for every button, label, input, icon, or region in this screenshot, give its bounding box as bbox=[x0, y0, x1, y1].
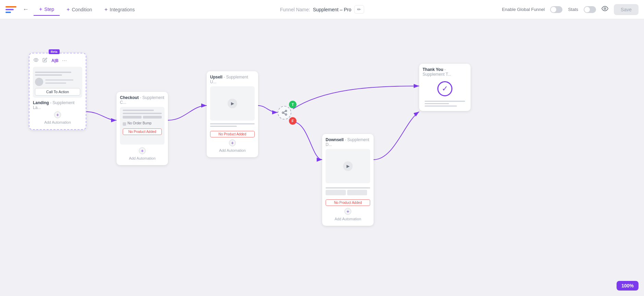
downsell-title: Downsell - Supplement D... bbox=[326, 137, 370, 147]
play-icon: ▶ bbox=[228, 99, 237, 108]
tab-integrations[interactable]: + Integrations bbox=[99, 4, 141, 15]
downsell-preview: ▶ bbox=[326, 149, 370, 183]
checkbox-fake bbox=[123, 122, 126, 126]
upsell-preview: ▶ bbox=[210, 86, 255, 121]
plus-icon: + bbox=[39, 6, 42, 12]
no-product-upsell: No Product Added bbox=[210, 131, 255, 137]
svg-line-7 bbox=[283, 111, 285, 112]
svg-point-2 bbox=[35, 59, 37, 61]
svg-point-4 bbox=[282, 112, 284, 114]
canvas: Beta A|B ⋯ bbox=[0, 19, 644, 296]
zoom-indicator: 100% bbox=[617, 281, 639, 291]
check-circle: ✓ bbox=[437, 81, 452, 96]
downsell-play-icon: ▶ bbox=[343, 161, 353, 171]
view-landing-btn[interactable] bbox=[33, 57, 39, 64]
enable-global-label: Enable Global Funnel bbox=[502, 7, 545, 12]
landing-title: Landing - Supplement La... bbox=[33, 100, 82, 110]
downsell-node: Downsell - Supplement D... ▶ No Product … bbox=[322, 134, 374, 226]
no-product-downsell: No Product Added bbox=[326, 199, 370, 206]
add-automation-checkout-label: Add Automation bbox=[120, 155, 165, 162]
toggle-knob bbox=[551, 7, 556, 12]
svg-point-3 bbox=[285, 110, 287, 112]
add-automation-upsell-btn[interactable]: + bbox=[229, 139, 236, 146]
ab-label: A|B bbox=[51, 58, 59, 63]
nav-tabs: + Step + Condition + Integrations bbox=[34, 3, 140, 16]
more-landing-btn[interactable]: ⋯ bbox=[61, 57, 68, 64]
checkout-title: Checkout - Supplement C... bbox=[120, 95, 165, 105]
thankyou-node: Thank You - Supplement T... ✓ bbox=[419, 64, 471, 111]
condition-circle[interactable] bbox=[278, 106, 291, 120]
save-button[interactable]: Save bbox=[614, 4, 639, 15]
node-toolbar-landing: Beta A|B ⋯ bbox=[33, 57, 82, 64]
landing-node: Beta A|B ⋯ bbox=[29, 53, 86, 130]
stats-toggle-knob bbox=[584, 7, 590, 12]
add-automation-downsell-label: Add Automation bbox=[326, 215, 370, 222]
enable-global-toggle[interactable] bbox=[550, 6, 562, 13]
plus-icon-condition: + bbox=[66, 7, 70, 13]
add-automation-downsell-btn[interactable]: + bbox=[344, 208, 351, 215]
tab-step[interactable]: + Step bbox=[34, 3, 60, 16]
stats-label: Stats bbox=[568, 7, 578, 12]
plus-icon-integrations: + bbox=[105, 7, 108, 13]
checkout-node: Checkout - Supplement C... No Order Bump… bbox=[117, 92, 168, 165]
svg-point-0 bbox=[604, 8, 606, 10]
no-product-checkout: No Product Added bbox=[123, 128, 162, 135]
logo bbox=[5, 4, 16, 15]
checkout-preview: No Order Bump No Product Added bbox=[120, 107, 165, 145]
condition-inner: T F bbox=[272, 101, 296, 125]
cta-button-preview: Call To Action bbox=[35, 88, 80, 96]
check-icon: ✓ bbox=[436, 80, 453, 97]
no-order-bump-label: No Order Bump bbox=[127, 121, 151, 125]
order-bump-row: No Order Bump bbox=[123, 121, 162, 126]
add-automation-landing-btn[interactable]: + bbox=[54, 111, 61, 118]
upsell-node: Upsell - Supplement U... ▶ No Product Ad… bbox=[207, 71, 258, 157]
nav-right: Enable Global Funnel Stats Save bbox=[502, 4, 639, 15]
topnav: ← + Step + Condition + Integrations Funn… bbox=[0, 0, 644, 19]
svg-line-6 bbox=[283, 113, 285, 114]
thankyou-lines bbox=[423, 101, 467, 107]
edit-landing-btn[interactable] bbox=[42, 57, 48, 64]
upsell-title: Upsell - Supplement U... bbox=[210, 75, 255, 84]
add-automation-upsell-label: Add Automation bbox=[210, 147, 255, 154]
add-automation-checkout-btn[interactable]: + bbox=[139, 147, 146, 154]
condition-node: T F bbox=[272, 101, 296, 125]
svg-point-5 bbox=[285, 114, 287, 115]
condition-true: T bbox=[289, 101, 296, 108]
tab-condition[interactable]: + Condition bbox=[61, 4, 98, 15]
landing-preview: Call To Action bbox=[33, 67, 82, 98]
beta-badge: Beta bbox=[49, 49, 60, 54]
back-button[interactable]: ← bbox=[21, 4, 31, 15]
edit-funnel-name-button[interactable]: ✏ bbox=[354, 5, 364, 14]
thankyou-title: Thank You - Supplement T... bbox=[423, 67, 467, 77]
preview-button[interactable] bbox=[602, 5, 608, 14]
stats-toggle[interactable] bbox=[584, 6, 596, 13]
condition-false: F bbox=[289, 117, 296, 125]
add-automation-landing-label: Add Automation bbox=[33, 119, 82, 126]
funnel-name-display: Funnel Name: Supplement – Pro ✏ bbox=[280, 5, 364, 14]
